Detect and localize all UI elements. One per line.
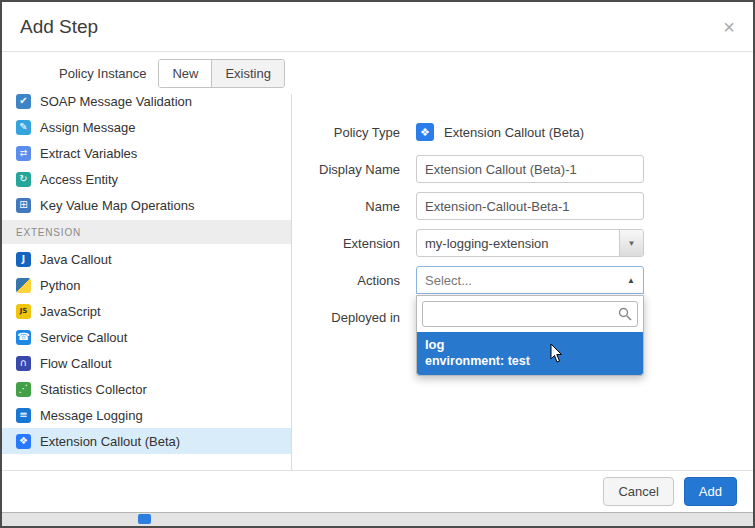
actions-label: Actions xyxy=(292,273,400,288)
policy-type-row: Policy Type ❖ Extension Callout (Beta) xyxy=(292,118,753,146)
cancel-button[interactable]: Cancel xyxy=(603,477,673,506)
display-name-input[interactable] xyxy=(416,155,644,183)
policy-list-panel: ✔ SOAP Message Validation ✎ Assign Messa… xyxy=(2,94,292,470)
message-logging-icon: ≡ xyxy=(16,408,31,423)
background-page-strip xyxy=(2,513,753,526)
list-item-label: Service Callout xyxy=(40,330,127,345)
list-item-flow-callout[interactable]: ∩ Flow Callout xyxy=(2,350,291,376)
list-item-label: Java Callout xyxy=(40,252,112,267)
list-item-statistics-collector[interactable]: ⋰ Statistics Collector xyxy=(2,376,291,402)
soap-message-validation-icon: ✔ xyxy=(16,94,31,109)
extension-label: Extension xyxy=(292,236,400,251)
java-callout-icon: J xyxy=(16,252,31,267)
extension-callout-icon: ❖ xyxy=(16,434,31,449)
list-item-label: JavaScript xyxy=(40,304,101,319)
assign-message-icon: ✎ xyxy=(16,120,31,135)
extension-callout-beta-icon: ❖ xyxy=(416,123,434,141)
policy-instance-row: Policy Instance New Existing xyxy=(2,52,753,94)
actions-search-input[interactable] xyxy=(422,301,638,327)
list-item-assign-message[interactable]: ✎ Assign Message xyxy=(2,114,291,140)
list-item-label: Assign Message xyxy=(40,120,135,135)
modal-body: ✔ SOAP Message Validation ✎ Assign Messa… xyxy=(2,94,753,470)
display-name-label: Display Name xyxy=(292,162,400,177)
search-icon xyxy=(618,307,632,321)
list-item-soap-message-validation[interactable]: ✔ SOAP Message Validation xyxy=(2,94,291,114)
python-icon xyxy=(16,278,31,293)
extract-variables-icon: ⇄ xyxy=(16,146,31,161)
statistics-collector-icon: ⋰ xyxy=(16,382,31,397)
policy-type-value: Extension Callout (Beta) xyxy=(444,125,584,140)
policy-type-label: Policy Type xyxy=(292,125,400,140)
close-icon[interactable]: × xyxy=(723,17,735,37)
actions-dropdown: log environment: test xyxy=(416,295,644,376)
extension-section-header: EXTENSION xyxy=(2,220,291,244)
extension-select[interactable]: my-logging-extension ▼ xyxy=(416,229,644,257)
list-item-label: Extension Callout (Beta) xyxy=(40,434,180,449)
policy-instance-toggle: New Existing xyxy=(158,59,285,88)
flow-callout-icon: ∩ xyxy=(16,356,31,371)
policy-form-panel: Policy Type ❖ Extension Callout (Beta) D… xyxy=(292,94,753,470)
list-item-label: SOAP Message Validation xyxy=(40,94,192,109)
access-entity-icon: ↻ xyxy=(16,172,31,187)
list-item-label: Message Logging xyxy=(40,408,143,423)
list-item-extract-variables[interactable]: ⇄ Extract Variables xyxy=(2,140,291,166)
list-item-label: Statistics Collector xyxy=(40,382,147,397)
modal-header: Add Step × xyxy=(2,2,753,52)
actions-option-log[interactable]: log environment: test xyxy=(417,332,643,375)
actions-row: Actions Select... ▲ xyxy=(292,266,753,294)
tab-existing[interactable]: Existing xyxy=(211,60,284,87)
name-input[interactable] xyxy=(416,192,644,220)
javascript-icon: JS xyxy=(16,304,31,319)
list-item-label: Access Entity xyxy=(40,172,118,187)
list-item-extension-callout-beta[interactable]: ❖ Extension Callout (Beta) xyxy=(2,428,291,454)
actions-select-placeholder: Select... xyxy=(425,273,472,288)
list-item-service-callout[interactable]: ☎ Service Callout xyxy=(2,324,291,350)
list-item-key-value-map-operations[interactable]: ⊞ Key Value Map Operations xyxy=(2,192,291,218)
tab-new[interactable]: New xyxy=(159,60,211,87)
list-item-label: Key Value Map Operations xyxy=(40,198,194,213)
list-item-access-entity[interactable]: ↻ Access Entity xyxy=(2,166,291,192)
add-step-modal: Add Step × Policy Instance New Existing … xyxy=(2,2,753,513)
name-row: Name xyxy=(292,192,753,220)
display-name-row: Display Name xyxy=(292,155,753,183)
background-policy-icon xyxy=(138,514,151,524)
list-item-javascript[interactable]: JS JavaScript xyxy=(2,298,291,324)
service-callout-icon: ☎ xyxy=(16,330,31,345)
list-item-message-logging[interactable]: ≡ Message Logging xyxy=(2,402,291,428)
modal-footer: Cancel Add xyxy=(2,470,753,512)
list-item-java-callout[interactable]: J Java Callout xyxy=(2,246,291,272)
extension-row: Extension my-logging-extension ▼ xyxy=(292,229,753,257)
chevron-down-icon[interactable]: ▼ xyxy=(619,230,643,256)
extension-select-value: my-logging-extension xyxy=(417,236,619,251)
mouse-cursor-icon xyxy=(550,344,564,364)
actions-option-detail: environment: test xyxy=(425,354,635,368)
key-value-map-operations-icon: ⊞ xyxy=(16,198,31,213)
add-button[interactable]: Add xyxy=(684,477,737,506)
policy-type-value-wrap: ❖ Extension Callout (Beta) xyxy=(416,123,584,141)
policy-list: ✔ SOAP Message Validation ✎ Assign Messa… xyxy=(2,94,291,454)
actions-search-box xyxy=(422,301,638,327)
chevron-up-icon: ▲ xyxy=(627,276,635,285)
page-title: Add Step xyxy=(20,16,98,38)
screenshot-frame: Add Step × Policy Instance New Existing … xyxy=(0,0,755,528)
list-item-label: Python xyxy=(40,278,80,293)
list-item-label: Extract Variables xyxy=(40,146,137,161)
actions-select-wrap: Select... ▲ xyxy=(416,266,644,294)
list-item-label: Flow Callout xyxy=(40,356,112,371)
deployed-in-label: Deployed in xyxy=(292,310,400,325)
actions-select[interactable]: Select... ▲ xyxy=(416,266,644,294)
actions-option-name: log xyxy=(425,337,635,352)
policy-instance-label: Policy Instance xyxy=(59,66,146,81)
list-item-python[interactable]: Python xyxy=(2,272,291,298)
name-label: Name xyxy=(292,199,400,214)
